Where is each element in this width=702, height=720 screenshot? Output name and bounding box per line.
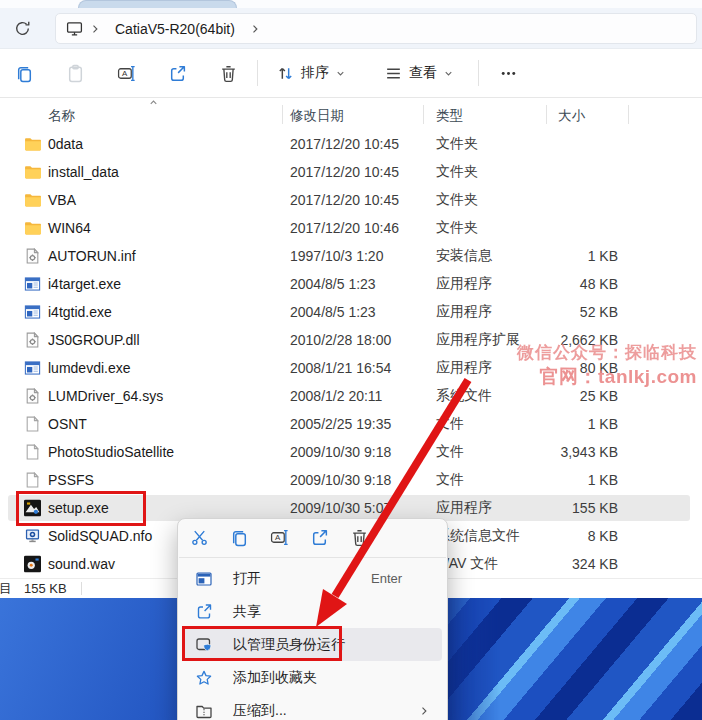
file-row[interactable]: AUTORUN.inf 1997/10/3 1:20 安装信息 1 KB <box>0 242 702 270</box>
column-header-name[interactable]: 名称 <box>48 107 75 125</box>
address-bar[interactable]: CatiaV5-R20(64bit) <box>55 13 697 44</box>
file-row[interactable]: install_data 2017/12/20 10:45 文件夹 <box>0 158 702 186</box>
column-divider[interactable] <box>282 105 283 124</box>
column-header-size[interactable]: 大小 <box>558 107 585 125</box>
file-name[interactable]: i4target.exe <box>48 276 121 292</box>
more-icon <box>499 64 518 83</box>
rename-button[interactable]: A <box>107 55 145 91</box>
paste-button[interactable] <box>56 55 94 91</box>
file-icon <box>24 416 41 433</box>
column-headers: 名称 修改日期 类型 大小 <box>0 100 702 130</box>
file-row[interactable]: i4target.exe 2004/8/5 1:23 应用程序 48 KB <box>0 270 702 298</box>
delete-icon <box>219 64 238 83</box>
delete-icon <box>350 528 369 547</box>
folder-icon <box>24 164 41 181</box>
folder-icon <box>24 192 41 209</box>
file-row[interactable]: i4tgtid.exe 2004/8/5 1:23 应用程序 52 KB <box>0 298 702 326</box>
file-row[interactable]: lumdevdi.exe 2008/1/21 16:54 应用程序 80 KB <box>0 354 702 382</box>
file-size: 48 KB <box>546 276 618 292</box>
delete-button[interactable] <box>349 527 369 547</box>
file-date-modified: 2010/2/28 18:00 <box>290 332 391 348</box>
file-row[interactable]: VBA 2017/12/20 10:45 文件夹 <box>0 186 702 214</box>
delete-button[interactable] <box>209 55 247 91</box>
file-row[interactable]: 0data 2017/12/20 10:45 文件夹 <box>0 130 702 158</box>
menu-divider <box>179 557 446 558</box>
copy-button[interactable] <box>229 527 249 547</box>
file-row[interactable]: JS0GROUP.dll 2010/2/28 18:00 应用程序扩展 2,66… <box>0 326 702 354</box>
menu-item-label: 压缩到... <box>233 702 287 720</box>
sort-label: 排序 <box>301 64 329 82</box>
context-menu-item[interactable]: 打开 Enter <box>183 562 442 595</box>
file-name[interactable]: LUMDriver_64.sys <box>48 388 163 404</box>
context-menu-item[interactable]: 添加到收藏夹 <box>183 661 442 694</box>
file-type: 文件夹 <box>436 163 478 181</box>
rename-icon: A <box>117 64 136 83</box>
file-date-modified: 2017/12/20 10:45 <box>290 192 399 208</box>
copy-button[interactable] <box>5 55 43 91</box>
cut-button[interactable] <box>189 527 209 547</box>
menu-item-shortcut: Enter <box>371 571 402 586</box>
file-name[interactable]: i4tgtid.exe <box>48 304 112 320</box>
context-menu-item[interactable]: 压缩到... <box>183 694 442 720</box>
explorer-tab[interactable] <box>78 0 237 8</box>
chevron-right-icon[interactable] <box>249 23 261 35</box>
file-name[interactable]: WIN64 <box>48 220 91 236</box>
context-menu-item[interactable]: 以管理员身份运行 <box>183 628 442 661</box>
share-button[interactable] <box>309 527 329 547</box>
file-date-modified: 2004/8/5 1:23 <box>290 304 376 320</box>
file-type: 安装信息 <box>436 247 492 265</box>
tab-strip <box>0 0 702 8</box>
column-header-date[interactable]: 修改日期 <box>290 107 344 125</box>
file-date-modified: 2017/12/20 10:46 <box>290 220 399 236</box>
file-icon <box>24 444 41 461</box>
menu-item-label: 共享 <box>233 603 261 621</box>
file-name[interactable]: AUTORUN.inf <box>48 248 136 264</box>
gear-file-icon <box>24 248 41 265</box>
column-header-type[interactable]: 类型 <box>436 107 463 125</box>
more-options-button[interactable] <box>489 55 527 91</box>
chevron-right-icon[interactable] <box>89 23 101 35</box>
file-type: 应用程序 <box>436 275 492 293</box>
file-name[interactable]: 0data <box>48 136 83 152</box>
file-size: 324 KB <box>546 556 618 572</box>
copy-icon <box>15 64 34 83</box>
file-size: 1 KB <box>546 248 618 264</box>
rename-button[interactable]: A <box>269 527 289 547</box>
file-type: 文件 <box>436 471 464 489</box>
view-button[interactable]: 查看 <box>376 55 462 91</box>
sort-button[interactable]: 排序 <box>268 55 354 91</box>
setup-icon <box>24 500 41 517</box>
file-row[interactable]: WIN64 2017/12/20 10:46 文件夹 <box>0 214 702 242</box>
refresh-button[interactable] <box>5 13 39 43</box>
file-name[interactable]: lumdevdi.exe <box>48 360 131 376</box>
status-selected-size: 155 KB <box>24 581 67 596</box>
file-row[interactable]: PSSFS 2009/10/30 9:18 文件 1 KB <box>0 466 702 494</box>
file-name[interactable]: PhotoStudioSatellite <box>48 444 174 460</box>
file-name[interactable]: setup.exe <box>48 500 109 516</box>
file-name[interactable]: JS0GROUP.dll <box>48 332 140 348</box>
breadcrumb-folder[interactable]: CatiaV5-R20(64bit) <box>107 21 243 37</box>
file-name[interactable]: PSSFS <box>48 472 94 488</box>
context-menu-item[interactable]: 共享 <box>183 595 442 628</box>
column-divider[interactable] <box>546 105 547 124</box>
share-button[interactable] <box>158 55 196 91</box>
zip-folder-icon <box>195 702 213 720</box>
file-date-modified: 2008/1/21 16:54 <box>290 360 391 376</box>
file-row[interactable]: PhotoStudioSatellite 2009/10/30 9:18 文件 … <box>0 438 702 466</box>
file-type: 系统文件 <box>436 387 492 405</box>
context-menu-quick-actions: A <box>178 519 447 555</box>
file-row[interactable]: LUMDriver_64.sys 2008/1/2 20:11 系统文件 25 … <box>0 382 702 410</box>
file-row[interactable]: OSNT 2005/2/25 19:35 文件 1 KB <box>0 410 702 438</box>
file-name[interactable]: VBA <box>48 192 76 208</box>
sort-icon <box>276 64 295 83</box>
file-name[interactable]: OSNT <box>48 416 87 432</box>
status-item-count: 项目 <box>0 580 12 598</box>
column-divider[interactable] <box>423 105 424 124</box>
file-date-modified: 2009/10/30 9:18 <box>290 472 391 488</box>
file-name[interactable]: sound.wav <box>48 556 115 572</box>
svg-text:A: A <box>121 69 127 78</box>
file-name[interactable]: SolidSQUAD.nfo <box>48 528 152 544</box>
file-date-modified: 2009/10/30 9:18 <box>290 444 391 460</box>
column-divider[interactable] <box>628 105 629 124</box>
file-name[interactable]: install_data <box>48 164 119 180</box>
